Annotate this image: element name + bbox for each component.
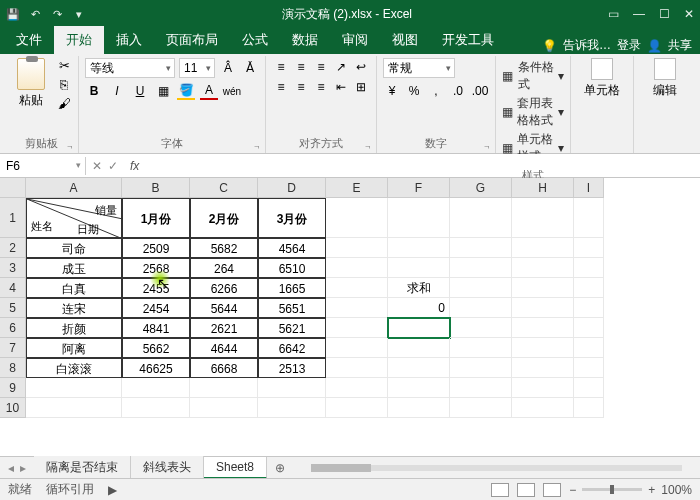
- italic-button[interactable]: I: [108, 82, 126, 100]
- cell-C4[interactable]: 6266: [190, 278, 258, 298]
- cell-empty-9-4[interactable]: [326, 378, 388, 398]
- ribbon-options-icon[interactable]: ▭: [608, 7, 619, 21]
- cell-I5[interactable]: [574, 298, 604, 318]
- cell-E3[interactable]: [326, 258, 388, 278]
- col-header-E[interactable]: E: [326, 178, 388, 198]
- cell-I6[interactable]: [574, 318, 604, 338]
- row-header-7[interactable]: 7: [0, 338, 26, 358]
- cell-E7[interactable]: [326, 338, 388, 358]
- name-box[interactable]: F6: [0, 157, 86, 175]
- cell-empty-9-7[interactable]: [512, 378, 574, 398]
- col-header-G[interactable]: G: [450, 178, 512, 198]
- row-header-1[interactable]: 1: [0, 198, 26, 238]
- cell-empty[interactable]: [388, 198, 450, 238]
- tab-review[interactable]: 审阅: [330, 26, 380, 54]
- maximize-icon[interactable]: ☐: [659, 7, 670, 21]
- format-painter-icon[interactable]: 🖌: [56, 96, 72, 111]
- qat-dropdown-icon[interactable]: ▾: [72, 7, 86, 21]
- border-button[interactable]: ▦: [154, 82, 172, 100]
- currency-icon[interactable]: ¥: [383, 82, 401, 100]
- cell-G4[interactable]: [450, 278, 512, 298]
- col-header-F[interactable]: F: [388, 178, 450, 198]
- cell-empty-9-0[interactable]: [26, 378, 122, 398]
- tab-insert[interactable]: 插入: [104, 26, 154, 54]
- cell-C8[interactable]: 6668: [190, 358, 258, 378]
- cell-I4[interactable]: [574, 278, 604, 298]
- cell-C2[interactable]: 5682: [190, 238, 258, 258]
- dec-inc-icon[interactable]: .0: [449, 82, 467, 100]
- enter-fx-icon[interactable]: ✓: [108, 159, 118, 173]
- copy-icon[interactable]: ⎘: [56, 77, 72, 92]
- align-left-icon[interactable]: ≡: [272, 78, 290, 96]
- cell-F6[interactable]: [388, 318, 450, 338]
- cut-icon[interactable]: ✂: [56, 58, 72, 73]
- select-all-button[interactable]: [0, 178, 26, 198]
- font-color-button[interactable]: A: [200, 82, 218, 100]
- percent-icon[interactable]: %: [405, 82, 423, 100]
- conditional-format-button[interactable]: ▦条件格式 ▾: [502, 58, 564, 94]
- zoom-slider[interactable]: [582, 488, 642, 491]
- cell-empty-9-2[interactable]: [190, 378, 258, 398]
- cell-empty-9-5[interactable]: [388, 378, 450, 398]
- tab-dev[interactable]: 开发工具: [430, 26, 506, 54]
- phonetic-button[interactable]: wén: [223, 82, 241, 100]
- cell-empty[interactable]: [574, 198, 604, 238]
- comma-icon[interactable]: ,: [427, 82, 445, 100]
- view-break-icon[interactable]: [543, 483, 561, 497]
- paste-button[interactable]: 粘贴: [10, 58, 52, 111]
- cell-B2[interactable]: 2509: [122, 238, 190, 258]
- cell-empty-10-2[interactable]: [190, 398, 258, 418]
- cell-empty-10-5[interactable]: [388, 398, 450, 418]
- cell-empty-10-6[interactable]: [450, 398, 512, 418]
- font-name-select[interactable]: 等线: [85, 58, 175, 78]
- tab-nav-last-icon[interactable]: ▸: [20, 461, 26, 475]
- login-button[interactable]: 登录: [617, 37, 641, 54]
- cell-H2[interactable]: [512, 238, 574, 258]
- col-header-B[interactable]: B: [122, 178, 190, 198]
- tellme[interactable]: 告诉我…: [563, 37, 611, 54]
- merge-icon[interactable]: ⊞: [352, 78, 370, 96]
- cell-E6[interactable]: [326, 318, 388, 338]
- cell-B3[interactable]: 2568: [122, 258, 190, 278]
- cell-F7[interactable]: [388, 338, 450, 358]
- undo-icon[interactable]: ↶: [28, 7, 42, 21]
- row-header-8[interactable]: 8: [0, 358, 26, 378]
- wrap-icon[interactable]: ↩: [352, 58, 370, 76]
- cell-G5[interactable]: [450, 298, 512, 318]
- cell-empty-9-3[interactable]: [258, 378, 326, 398]
- col-header-C[interactable]: C: [190, 178, 258, 198]
- cell-F2[interactable]: [388, 238, 450, 258]
- zoom-out-icon[interactable]: −: [569, 483, 576, 497]
- cancel-fx-icon[interactable]: ✕: [92, 159, 102, 173]
- redo-icon[interactable]: ↷: [50, 7, 64, 21]
- row-header-6[interactable]: 6: [0, 318, 26, 338]
- cell-D2[interactable]: 4564: [258, 238, 326, 258]
- cell-empty-10-8[interactable]: [574, 398, 604, 418]
- new-sheet-icon[interactable]: ⊕: [267, 461, 293, 475]
- row-header-3[interactable]: 3: [0, 258, 26, 278]
- cell-empty-9-1[interactable]: [122, 378, 190, 398]
- sheet-tab-0[interactable]: 隔离是否结束: [34, 456, 131, 479]
- cell-empty[interactable]: [326, 198, 388, 238]
- close-icon[interactable]: ✕: [684, 7, 694, 21]
- cell-empty-9-6[interactable]: [450, 378, 512, 398]
- edit-label[interactable]: 编辑: [653, 82, 677, 99]
- cell-H8[interactable]: [512, 358, 574, 378]
- cells-label[interactable]: 单元格: [584, 82, 620, 99]
- minimize-icon[interactable]: —: [633, 7, 645, 21]
- dec-dec-icon[interactable]: .00: [471, 82, 489, 100]
- cell-empty-10-4[interactable]: [326, 398, 388, 418]
- cell-D4[interactable]: 1665: [258, 278, 326, 298]
- col-header-D[interactable]: D: [258, 178, 326, 198]
- zoom-control[interactable]: − + 100%: [569, 483, 692, 497]
- view-layout-icon[interactable]: [517, 483, 535, 497]
- cell-empty-10-7[interactable]: [512, 398, 574, 418]
- cell-empty-10-0[interactable]: [26, 398, 122, 418]
- cell-D3[interactable]: 6510: [258, 258, 326, 278]
- cell-H7[interactable]: [512, 338, 574, 358]
- cell-A5[interactable]: 连宋: [26, 298, 122, 318]
- cell-A4[interactable]: 白真: [26, 278, 122, 298]
- bold-button[interactable]: B: [85, 82, 103, 100]
- zoom-level[interactable]: 100%: [661, 483, 692, 497]
- tab-layout[interactable]: 页面布局: [154, 26, 230, 54]
